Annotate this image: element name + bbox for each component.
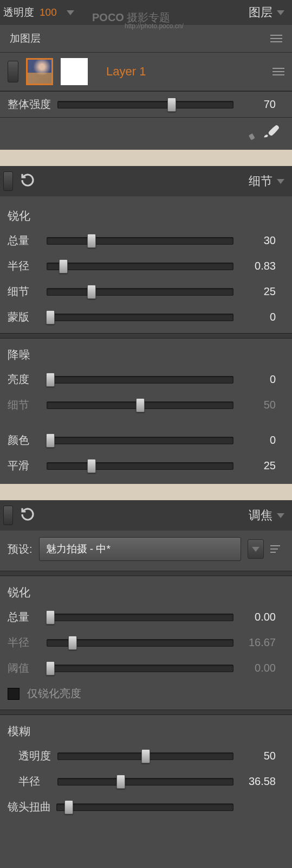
preset-menu-icon[interactable] [270,545,280,553]
layers-panel-menu-icon[interactable] [277,10,284,15]
opacity-value[interactable]: 100 [40,7,57,18]
layer-row[interactable]: Layer 1 [0,53,292,91]
slider-row-d2-2: 颜色0 [0,427,292,453]
sharpen-luminance-checkbox[interactable] [8,688,20,700]
slider-row-d1-1: 半径0.83 [0,253,292,279]
group-separator [0,710,292,715]
slider-label: 总量 [8,233,41,248]
slider[interactable] [47,399,233,412]
slider-label: 平滑 [8,458,41,473]
layers-panel-title: 图层 [249,4,272,21]
slider-row-f1-2: 阈值0.00 [0,655,292,681]
overall-strength-value: 70 [239,98,276,111]
focus-blur-label: 模糊 [0,717,292,743]
layer-menu-icon[interactable] [272,68,284,75]
layer-visibility-toggle[interactable] [8,61,18,82]
slider-label: 半径 [8,635,41,650]
slider-label: 蒙版 [8,310,41,324]
slider[interactable] [47,662,233,675]
noise-group-label: 降噪 [0,341,292,367]
add-layer-label[interactable]: 加图层 [10,31,41,46]
slider-knob[interactable] [136,398,145,412]
opacity-label: 透明度 [3,5,34,20]
slider-row-d2-1: 细节50 [0,392,292,418]
preset-dropdown-button[interactable] [248,539,264,559]
slider[interactable] [47,373,233,386]
add-layer-menu-icon[interactable] [270,35,282,42]
layers-panel-header: 透明度 100 图层 [0,0,292,25]
detail-panel-header: 细节 [0,166,292,196]
slider-value: 25 [239,285,276,298]
slider[interactable] [57,750,233,763]
slider-row-d2-3: 平滑25 [0,453,292,478]
focus-sharpen-label: 锐化 [0,578,292,604]
slider-label: 半径 [8,774,52,789]
preset-select[interactable]: 魅力拍摄 - 中* [39,537,241,561]
brush-icon[interactable] [263,123,279,142]
slider-knob[interactable] [141,749,150,763]
slider-knob[interactable] [87,234,96,248]
slider-value: 0.00 [239,662,276,674]
slider-row-f1-0: 总量0.00 [0,604,292,630]
slider-label: 总量 [8,610,41,624]
slider-knob[interactable] [46,373,55,387]
layer-name: Layer 1 [106,65,265,79]
slider[interactable] [47,234,233,247]
slider[interactable] [47,434,233,447]
slider[interactable] [47,459,233,473]
slider-label: 细节 [8,398,41,412]
slider[interactable] [47,311,233,324]
slider[interactable] [47,260,233,273]
add-layer-row: 加图层 [0,25,292,53]
focus-panel: 调焦 预设: 魅力拍摄 - 中* 锐化 总量0.00半径16.67阈值0.00 … [0,500,292,825]
slider-label: 透明度 [8,749,52,763]
layer-thumbnail[interactable] [26,58,53,85]
slider-value: 0 [239,373,276,386]
slider-label: 阈值 [8,661,41,675]
separator-band [0,484,292,500]
slider-knob[interactable] [87,459,96,473]
slider-value: 30 [239,234,276,247]
slider-label: 镜头扭曲 [8,800,51,814]
detail-panel-title: 细节 [249,173,272,189]
slider-knob[interactable] [116,775,125,789]
slider-knob[interactable] [46,433,55,448]
overall-strength-slider-row: 整体强度 70 [0,91,292,118]
sharpen-group-label: 锐化 [0,202,292,228]
detail-panel-toggle[interactable] [3,171,13,191]
slider[interactable] [47,611,233,624]
slider-value: 50 [239,399,276,411]
layers-panel: 透明度 100 图层 加图层 Layer 1 整体强度 70 [0,0,292,150]
layer-mask-thumbnail[interactable] [61,58,88,85]
slider-knob[interactable] [46,610,55,624]
overall-strength-slider[interactable] [57,98,233,111]
slider-knob[interactable] [46,661,55,675]
slider-label: 亮度 [8,372,41,387]
slider-knob[interactable] [167,98,176,112]
preset-value: 魅力拍摄 - 中* [46,542,111,556]
detail-panel-menu-icon[interactable] [277,179,284,184]
focus-panel-menu-icon[interactable] [277,513,284,518]
slider-knob[interactable] [64,800,73,814]
slider-row-f1-1: 半径16.67 [0,630,292,655]
overall-strength-label: 整体强度 [8,97,52,112]
slider-value: 0 [239,311,276,323]
slider-knob[interactable] [46,310,55,324]
opacity-dropdown-icon[interactable] [67,10,74,15]
slider[interactable] [47,285,233,298]
slider-value: 36.58 [239,775,276,788]
reset-icon[interactable] [20,506,36,525]
slider-knob[interactable] [87,285,96,299]
slider-value: 0.00 [239,611,276,623]
slider[interactable] [57,775,233,788]
slider-row-f2-1: 半径36.58 [0,769,292,794]
detail-panel: 细节 锐化 总量30半径0.83细节25蒙版0 降噪 亮度0细节50颜色0平滑2… [0,166,292,484]
slider-knob[interactable] [59,259,68,273]
slider[interactable] [56,801,233,814]
focus-panel-toggle[interactable] [3,506,13,525]
slider-value: 50 [239,750,276,762]
slider[interactable] [47,636,233,649]
group-separator [0,333,292,339]
slider-knob[interactable] [68,636,77,650]
reset-icon[interactable] [20,172,36,191]
